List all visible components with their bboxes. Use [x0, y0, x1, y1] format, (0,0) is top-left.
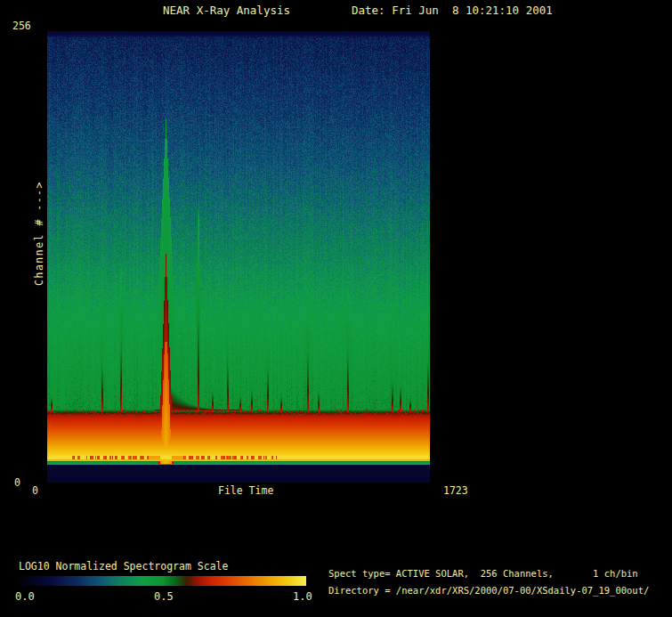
colorbar-gradient — [19, 576, 306, 586]
spect-type-info-line: Spect type= ACTIVE SOLAR, 256 Channels, … — [328, 569, 638, 580]
app-window: NEAR X-Ray Analysis Date: Fri Jun 8 10:2… — [0, 0, 672, 617]
x-axis-max-label: 1723 — [443, 485, 468, 497]
x-axis-min-label: 0 — [32, 485, 38, 497]
y-axis-max-label: 256 — [12, 20, 31, 32]
colorbar-title: LOG10 Normalized Spectrogram Scale — [19, 561, 228, 572]
y-axis-title: Channel # ---> — [34, 181, 45, 286]
colorbar-tick-mid: 0.5 — [154, 591, 174, 603]
colorbar-tick-max: 1.0 — [293, 591, 312, 603]
plot-title: NEAR X-Ray Analysis — [163, 4, 290, 17]
spectrogram-canvas — [47, 31, 430, 483]
date-label: Date: Fri Jun 8 10:21:10 2001 — [352, 4, 553, 17]
x-axis-title: File Time — [218, 485, 273, 497]
colorbar-tick-min: 0.0 — [15, 591, 35, 603]
directory-info-line: Directory = /near/xdr/XRS/2000/07-00/XSd… — [328, 586, 649, 597]
y-axis-min-label: 0 — [14, 477, 20, 489]
